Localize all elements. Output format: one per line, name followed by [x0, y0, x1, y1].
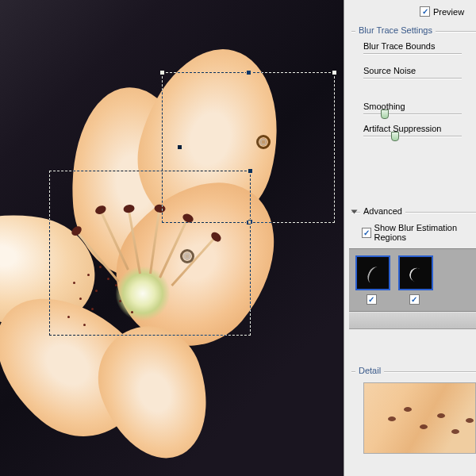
smoothing-label: Smoothing — [363, 102, 476, 111]
resize-handle[interactable] — [248, 219, 253, 225]
preview-checkbox[interactable]: ✓ — [420, 6, 430, 17]
trace-thumb-1[interactable] — [355, 255, 390, 290]
settings-panel: ✓ Preview Blur Trace Settings Blur Trace… — [344, 0, 476, 476]
blur-center-marker[interactable] — [256, 135, 271, 149]
blur-trace-thumbnails: ✓ ✓ — [349, 248, 476, 312]
trace-thumb-1-checkbox[interactable]: ✓ — [367, 294, 377, 305]
stamen-white — [0, 0, 44, 2]
preview-label: Preview — [433, 7, 464, 17]
smoothing-slider[interactable] — [363, 113, 462, 115]
blur-center-marker[interactable] — [180, 249, 194, 263]
slider-thumb[interactable] — [381, 109, 389, 119]
trace-thumb-2[interactable] — [398, 255, 433, 290]
resize-handle[interactable] — [248, 168, 253, 174]
resize-handle[interactable] — [159, 70, 165, 75]
stamen-white — [0, 0, 45, 9]
trace-thumb-2-checkbox[interactable]: ✓ — [409, 294, 420, 305]
source-noise-label: Source Noise — [363, 66, 476, 75]
advanced-title: Advanced — [360, 206, 405, 216]
resize-handle[interactable] — [332, 70, 337, 75]
artifact-suppression-slider[interactable] — [363, 136, 462, 137]
artifact-suppression-label: Artifact Suppression — [363, 124, 476, 133]
slider-thumb[interactable] — [391, 132, 399, 141]
show-estimation-checkbox[interactable]: ✓ — [362, 228, 371, 238]
blur-estimation-region-2[interactable] — [49, 171, 251, 336]
disclosure-triangle-icon — [351, 210, 358, 214]
blur-trace-bounds-label: Blur Trace Bounds — [363, 41, 476, 51]
image-canvas[interactable] — [0, 0, 344, 476]
source-noise-slider[interactable] — [363, 78, 462, 79]
resize-handle[interactable] — [246, 70, 251, 75]
detail-preview[interactable] — [363, 382, 476, 454]
show-estimation-label: Show Blur Estimation Regions — [374, 223, 476, 242]
blur-trace-settings-title: Blur Trace Settings — [355, 25, 436, 35]
detail-title: Detail — [355, 366, 384, 375]
thumbnail-toolbar — [349, 312, 476, 329]
blur-trace-bounds-slider[interactable] — [363, 53, 462, 55]
resize-handle[interactable] — [177, 144, 182, 150]
